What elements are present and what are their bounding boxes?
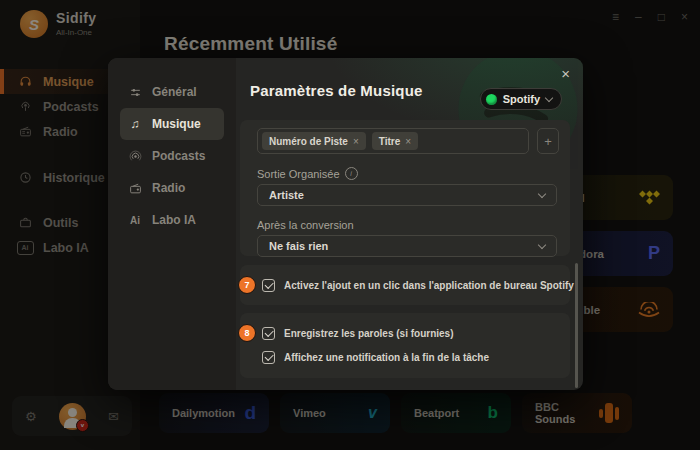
- dialog-scrollbar[interactable]: [575, 263, 578, 388]
- sortie-organisee-label: Sortie Organisée i: [257, 167, 570, 180]
- chevron-down-icon: [538, 189, 546, 197]
- dialog-nav: Général ♫ Musique Podcasts Radio Ai La: [108, 58, 236, 390]
- tag-label: Numéro de Piste: [269, 136, 348, 147]
- tag-label: Titre: [379, 136, 401, 147]
- dialog-tab-label: Labo IA: [152, 213, 196, 227]
- checkbox-label: Enregistrez les paroles (si fournies): [284, 328, 454, 339]
- remove-tag-icon[interactable]: ×: [405, 136, 411, 147]
- source-label: Spotify: [503, 93, 540, 105]
- dialog-tab-general[interactable]: Général: [120, 76, 224, 108]
- dialog-tab-label: Général: [152, 85, 197, 99]
- dropdown-value: Ne fais rien: [269, 240, 328, 252]
- add-tag-button[interactable]: +: [537, 128, 559, 154]
- option-group-7: Activez l'ajout en un clic dans l'applic…: [240, 265, 570, 305]
- checkbox-row-one-click-add[interactable]: Activez l'ajout en un clic dans l'applic…: [262, 274, 574, 296]
- checkbox-checked[interactable]: [262, 327, 275, 340]
- sortie-organisee-dropdown[interactable]: Artiste: [257, 184, 557, 206]
- info-icon[interactable]: i: [345, 167, 358, 180]
- checkbox-label: Activez l'ajout en un clic dans l'applic…: [284, 280, 574, 291]
- tag-titre[interactable]: Titre ×: [372, 132, 418, 150]
- chevron-down-icon: [538, 240, 546, 248]
- chevron-down-icon: [545, 93, 553, 101]
- app-window: ≡ – □ × S Sidify All-In-One Musique: [0, 0, 700, 450]
- checkbox-label: Affichez une notification à la fin de la…: [284, 352, 489, 363]
- dialog-tab-label: Podcasts: [152, 149, 205, 163]
- apres-conversion-dropdown[interactable]: Ne fais rien: [257, 235, 557, 257]
- music-note-icon: ♫: [128, 117, 142, 131]
- dialog-tab-musique[interactable]: ♫ Musique: [120, 108, 224, 140]
- format-panel: Numéro de Piste × Titre × + Sortie Organ…: [240, 120, 570, 256]
- remove-tag-icon[interactable]: ×: [353, 136, 359, 147]
- dialog-tab-label: Musique: [152, 117, 201, 131]
- apres-conversion-label: Après la conversion: [257, 219, 570, 231]
- close-dialog-icon[interactable]: ×: [561, 66, 570, 81]
- checkbox-checked[interactable]: [262, 351, 275, 364]
- tag-numero-de-piste[interactable]: Numéro de Piste ×: [262, 132, 366, 150]
- option-group-8: Enregistrez les paroles (si fournies) Af…: [240, 313, 570, 378]
- spotify-dot-icon: [486, 94, 497, 105]
- music-settings-dialog: Général ♫ Musique Podcasts Radio Ai La: [108, 58, 583, 390]
- step-badge-7: 7: [238, 276, 256, 294]
- dialog-tab-radio[interactable]: Radio: [120, 172, 224, 204]
- filename-tags-field[interactable]: Numéro de Piste × Titre ×: [257, 128, 529, 154]
- podcast-icon: [128, 150, 142, 163]
- source-selector[interactable]: Spotify: [480, 88, 562, 110]
- sliders-icon: [128, 86, 142, 99]
- step-badge-8: 8: [238, 324, 256, 342]
- checkbox-checked[interactable]: [262, 279, 275, 292]
- checkbox-row-notification[interactable]: Affichez une notification à la fin de la…: [262, 346, 570, 368]
- dialog-title: Paramètres de Musique: [250, 82, 423, 99]
- radio-icon: [128, 182, 142, 195]
- checkbox-row-save-lyrics[interactable]: Enregistrez les paroles (si fournies): [262, 322, 570, 344]
- dropdown-value: Artiste: [269, 189, 304, 201]
- dialog-tab-label: Radio: [152, 181, 185, 195]
- ai-icon: Ai: [128, 215, 142, 226]
- dialog-tab-podcasts[interactable]: Podcasts: [120, 140, 224, 172]
- dialog-tab-labo-ia[interactable]: Ai Labo IA: [120, 204, 224, 236]
